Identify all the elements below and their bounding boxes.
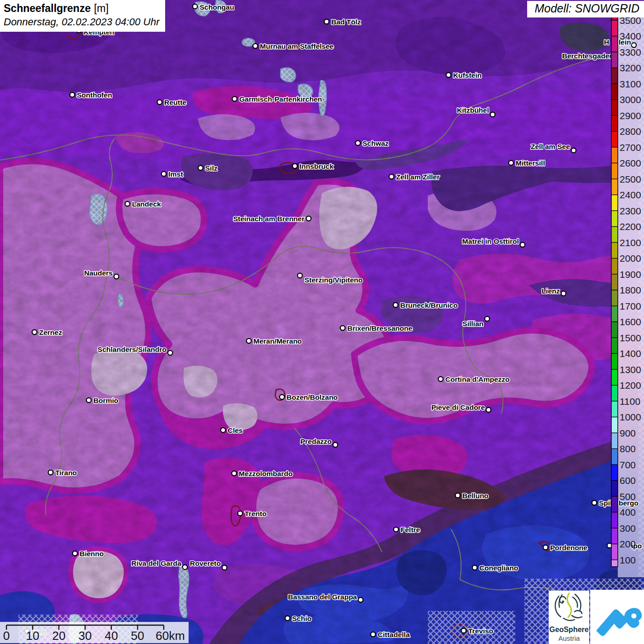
colorbar-tick-label: 3000: [620, 94, 641, 105]
city-marker: [298, 273, 302, 278]
colorbar-tick-label: 1400: [620, 348, 641, 359]
colorbar-tick-label: 1900: [620, 269, 641, 280]
city-label: Meran/Merano: [253, 337, 302, 345]
geosphere-logo-country: Austria: [549, 634, 589, 643]
city-label: Kufstein: [453, 71, 482, 79]
colorbar-segment: [611, 147, 618, 163]
city-marker: [232, 97, 237, 101]
colorbar-tick-label: 100: [620, 555, 636, 565]
city-label: Reutte: [164, 98, 187, 106]
city-marker: [446, 73, 451, 77]
city-label: Predazzo: [300, 437, 332, 445]
city-label: Conegliano: [479, 564, 518, 572]
city-label: Bienno: [80, 550, 104, 558]
city-marker: [371, 632, 375, 637]
colorbar-segment: [611, 227, 618, 243]
colorbar-segment: [611, 68, 618, 84]
colorbar-tick-label: 1800: [620, 285, 641, 295]
city-label: Tirano: [55, 469, 77, 477]
colorbar-tick-label: 400: [620, 507, 636, 518]
colorbar-tick-label: 500: [620, 491, 636, 502]
city-marker: [114, 274, 119, 279]
city-label: Innsbruck: [299, 162, 334, 170]
city-marker: [592, 500, 597, 505]
colorbar-segment: [611, 242, 618, 259]
city-label: Zernez: [39, 328, 62, 336]
city-label: Berchtesgaden: [562, 52, 614, 60]
city-marker: [157, 100, 162, 104]
colorbar-tick-label: 700: [620, 460, 636, 470]
city-label: Sonthofen: [77, 91, 112, 99]
city-marker: [168, 351, 172, 355]
city-marker: [193, 4, 197, 9]
colorbar-tick-label: 3400: [620, 31, 641, 41]
city-label: Mezzolombardo: [239, 470, 293, 477]
scalebar-label: 60km: [155, 629, 185, 643]
colorbar-segment: [611, 496, 618, 512]
colorbar-tick-label: 1100: [620, 396, 640, 407]
city-label: Pieve di Cadore: [431, 403, 485, 411]
geosphere-contours-icon: [549, 591, 589, 624]
city-label: Schwaz: [362, 139, 389, 147]
city-marker: [280, 395, 284, 399]
city-marker: [183, 565, 187, 569]
colorbar-segment: [611, 100, 618, 116]
city-label: Garmisch-Partenkirchen: [239, 95, 322, 103]
model-label: Modell: SNOWGRID: [527, 1, 644, 17]
colorbar-segment: [611, 132, 618, 148]
city-label: Schlanders/Silandro: [98, 345, 167, 353]
colorbar-tick-label: 2900: [620, 110, 641, 121]
city-marker: [393, 303, 398, 307]
mountain-wave-icon: [590, 590, 644, 644]
city-label: Brixen/Bressanone: [347, 324, 413, 332]
colorbar-segment: [611, 417, 618, 433]
colorbar-segment: [611, 354, 618, 370]
city-label: Bormio: [93, 397, 118, 404]
city-label: Bad Tölz: [331, 18, 361, 26]
colorbar-segment: [611, 560, 618, 567]
city-marker: [490, 112, 495, 117]
colorbar-segment: [611, 259, 618, 275]
colorbar-tick-label: 900: [620, 428, 636, 438]
city-label: Silz: [205, 164, 218, 172]
city-marker: [232, 471, 236, 476]
city-marker: [198, 166, 203, 170]
colorbar-tick-label: 2200: [620, 221, 641, 232]
title-unit: [m]: [94, 2, 109, 14]
city-marker: [486, 408, 491, 412]
city-marker: [253, 44, 258, 48]
colorbar-segment: [611, 401, 618, 417]
colorbar-tick-label: 200: [620, 539, 636, 549]
snowfall-map: SchongauBad TölzKemptenMurnau am Staffel…: [0, 0, 644, 644]
scalebar-label: 30: [79, 629, 92, 643]
city-marker: [472, 565, 477, 570]
colorbar-segment: [611, 528, 618, 544]
city-label: Zell am Ziller: [396, 173, 440, 181]
title-text: Schneefallgrenze: [4, 2, 91, 14]
colorbar-tick-label: 600: [620, 475, 636, 486]
city-marker: [247, 339, 251, 343]
city-marker: [32, 330, 37, 334]
colorbar-segment: [611, 385, 618, 402]
colorbar-tick-label: 2400: [620, 190, 641, 200]
partner-logo: [590, 590, 644, 644]
geosphere-austria-logo: GeoSphere Austria: [549, 591, 589, 644]
city-label: Imst: [168, 170, 183, 178]
city-marker: [86, 398, 91, 402]
colorbar-tick-label: 2000: [620, 253, 641, 264]
title-box: Schneefallgrenze[m] Donnerstag, 02.02.20…: [0, 0, 165, 32]
city-label: H: [604, 38, 609, 46]
city-marker: [520, 242, 525, 247]
city-marker: [324, 19, 329, 24]
city-marker: [356, 141, 360, 145]
city-label: Cittadella: [378, 631, 410, 638]
scalebar-label: 20: [52, 629, 66, 643]
city-marker: [73, 551, 77, 556]
colorbar-segment: [611, 449, 618, 465]
colorbar-segment: [611, 465, 618, 481]
colorbar-tick-label: 2700: [620, 142, 641, 153]
colorbar-segment: [611, 512, 618, 529]
colorbar-segment: [611, 20, 618, 36]
colorbar-tick-label: 1000: [620, 412, 641, 422]
colorbar-tick-label: 1600: [620, 316, 641, 327]
